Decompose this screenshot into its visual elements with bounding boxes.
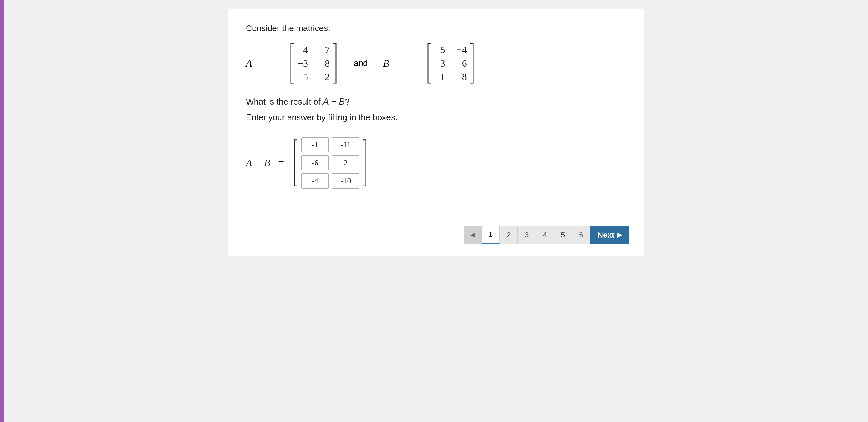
matrix-a-container: 4 7 −3 8 −5 −2 (288, 42, 339, 84)
next-button[interactable]: Next ▶ (590, 226, 629, 244)
answer-matrix-container (292, 135, 369, 190)
page-wrapper: Consider the matrices. A = 4 7 −3 8 −5 (0, 0, 868, 422)
answer-label: A − B (246, 157, 270, 169)
question-suffix: ? (345, 97, 350, 106)
b-r2c0: −1 (434, 71, 445, 83)
and-text: and (354, 59, 368, 68)
equals-a: = (269, 58, 274, 69)
bracket-right-b (469, 42, 476, 84)
b-r1c1: 6 (456, 58, 467, 69)
a-r2c1: −2 (319, 71, 330, 83)
question-math: A − B (323, 96, 345, 106)
question-title: Consider the matrices. (246, 24, 626, 33)
b-r0c0: 5 (434, 44, 445, 56)
answer-r0c1[interactable] (332, 137, 359, 153)
answer-r2c0[interactable] (301, 173, 329, 189)
answer-r1c0[interactable] (301, 155, 329, 170)
pagination: ◄ 1 2 3 4 5 6 Next ▶ (464, 226, 629, 244)
page-6-button[interactable]: 6 (572, 226, 590, 244)
answer-r1c1[interactable] (332, 155, 359, 170)
answer-r2c1[interactable] (332, 173, 359, 189)
matrix-a-grid: 4 7 −3 8 −5 −2 (295, 42, 332, 84)
page-2-button[interactable]: 2 (500, 226, 518, 244)
b-r0c1: −4 (456, 44, 467, 56)
bracket-left-b (425, 42, 432, 84)
a-r2c0: −5 (297, 71, 308, 83)
prev-button[interactable]: ◄ (464, 226, 482, 244)
question-card: Consider the matrices. A = 4 7 −3 8 −5 (228, 9, 644, 256)
answer-r0c0[interactable] (301, 137, 329, 153)
page-4-button[interactable]: 4 (536, 226, 554, 244)
main-content: Consider the matrices. A = 4 7 −3 8 −5 (4, 0, 868, 422)
answer-section: A − B = (246, 135, 626, 190)
page-1-button[interactable]: 1 (482, 226, 500, 244)
b-r2c1: 8 (456, 71, 467, 83)
b-r1c0: 3 (434, 58, 445, 69)
a-r1c1: 8 (319, 58, 330, 69)
matrices-display: A = 4 7 −3 8 −5 −2 (246, 42, 626, 84)
page-5-button[interactable]: 5 (554, 226, 572, 244)
matrix-a-label: A (246, 58, 252, 69)
bracket-right-a (332, 42, 339, 84)
bracket-left-a (288, 42, 295, 84)
answer-bracket-left (292, 139, 299, 187)
instruction-text: Enter your answer by filling in the boxe… (246, 112, 626, 122)
a-r0c0: 4 (297, 44, 308, 56)
equals-b: = (405, 58, 411, 69)
matrix-b-container: 5 −4 3 6 −1 8 (425, 42, 476, 84)
page-3-button[interactable]: 3 (518, 226, 536, 244)
answer-bracket-right (362, 139, 369, 187)
a-r1c0: −3 (297, 58, 308, 69)
question-line: What is the result of A − B? (246, 96, 626, 107)
next-label: Next (597, 230, 614, 240)
next-arrow-icon: ▶ (617, 231, 622, 239)
question-prefix: What is the result of (246, 97, 323, 106)
left-accent-bar (0, 0, 4, 422)
answer-equals: = (278, 157, 284, 169)
matrix-b-label: B (383, 58, 390, 69)
answer-matrix-grid (299, 135, 362, 190)
a-r0c1: 7 (319, 44, 330, 56)
matrix-b-grid: 5 −4 3 6 −1 8 (432, 42, 469, 84)
